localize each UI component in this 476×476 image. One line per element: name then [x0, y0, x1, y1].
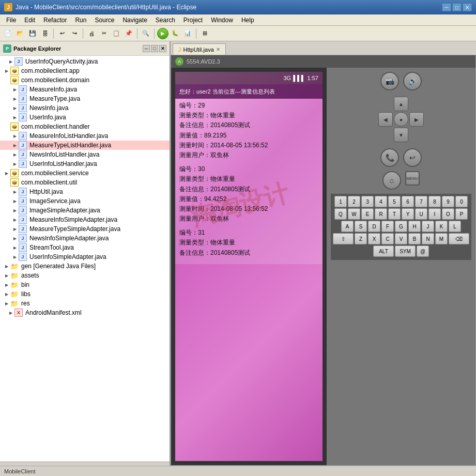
- key-4[interactable]: 4: [375, 196, 387, 207]
- call-button[interactable]: 📞: [380, 148, 399, 167]
- tree-scrollbar-area[interactable]: [0, 462, 170, 466]
- toolbar-print[interactable]: 🖨: [86, 28, 97, 39]
- key-i[interactable]: I: [428, 208, 441, 220]
- tree-item[interactable]: 📦com.mobileclient.util: [0, 178, 170, 187]
- key-c[interactable]: C: [381, 233, 394, 244]
- toolbar-perspective[interactable]: ⊞: [199, 28, 210, 39]
- tree-item[interactable]: ▶JUserInfoQueryActivity.java: [0, 57, 170, 66]
- toolbar-new[interactable]: 📄: [2, 28, 13, 39]
- tab-httputil-close[interactable]: ✕: [216, 47, 220, 52]
- key-3[interactable]: 3: [361, 196, 374, 207]
- dpad-down[interactable]: ▼: [394, 128, 408, 142]
- key-1[interactable]: 1: [334, 196, 347, 207]
- toolbar-save-all[interactable]: 🗄: [39, 28, 51, 39]
- key-k[interactable]: K: [435, 221, 448, 232]
- key-l[interactable]: L: [449, 221, 461, 232]
- tree-item[interactable]: ▶JMeasureInfo.java: [0, 85, 170, 94]
- toolbar-search[interactable]: 🔍: [140, 28, 151, 39]
- key-shift[interactable]: ⇧: [333, 233, 354, 244]
- menu-source[interactable]: Source: [90, 16, 118, 25]
- tree-item[interactable]: ▶JMeasureInfoListHandler.java: [0, 131, 170, 141]
- dpad-left[interactable]: ◀: [378, 112, 393, 127]
- key-a[interactable]: A: [341, 221, 354, 232]
- key-at[interactable]: @: [417, 245, 429, 257]
- key-x[interactable]: X: [368, 233, 380, 244]
- tree-item[interactable]: ▶📁libs: [0, 289, 170, 299]
- key-z[interactable]: Z: [355, 233, 367, 244]
- tree-item[interactable]: ▶📁bin: [0, 280, 170, 289]
- toolbar-debug[interactable]: 🐛: [170, 28, 181, 39]
- maximize-button[interactable]: □: [452, 3, 462, 11]
- menu-search[interactable]: Search: [151, 16, 179, 25]
- panel-minimize[interactable]: ─: [143, 45, 150, 52]
- key-h[interactable]: H: [408, 221, 421, 232]
- key-2[interactable]: 2: [348, 196, 360, 207]
- tree-item[interactable]: ▶JImageService.java: [0, 196, 170, 206]
- key-u[interactable]: U: [415, 208, 427, 220]
- tree-item[interactable]: ▶JImageSimpleAdapter.java: [0, 206, 170, 215]
- home-button[interactable]: ⌂: [382, 171, 401, 190]
- key-v[interactable]: V: [395, 233, 407, 244]
- key-alt[interactable]: ALT: [373, 245, 394, 257]
- key-s[interactable]: S: [355, 221, 367, 232]
- key-5[interactable]: 5: [388, 196, 401, 207]
- key-p[interactable]: P: [455, 208, 468, 220]
- key-0[interactable]: 0: [455, 196, 468, 207]
- close-button[interactable]: ✕: [463, 3, 472, 11]
- panel-maximize[interactable]: □: [151, 45, 158, 52]
- key-6[interactable]: 6: [402, 196, 414, 207]
- key-j[interactable]: J: [422, 221, 434, 232]
- key-y[interactable]: Y: [402, 208, 414, 220]
- menu-run[interactable]: Run: [71, 16, 90, 25]
- toolbar-undo[interactable]: ↩: [56, 28, 68, 39]
- tree-item[interactable]: ▶📁res: [0, 299, 170, 308]
- tree-item[interactable]: 📦com.mobileclient.handler: [0, 122, 170, 131]
- toolbar-copy[interactable]: 📋: [111, 28, 122, 39]
- key-9[interactable]: 9: [442, 196, 454, 207]
- key-backspace[interactable]: ⌫: [449, 233, 469, 244]
- key-r[interactable]: R: [375, 208, 387, 220]
- minimize-button[interactable]: ─: [442, 3, 451, 11]
- key-8[interactable]: 8: [428, 196, 441, 207]
- tree-item[interactable]: ▶JMeasureType.java: [0, 94, 170, 103]
- tree-item[interactable]: 📦com.mobileclient.domain: [0, 75, 170, 85]
- key-f[interactable]: F: [381, 221, 394, 232]
- toolbar-redo[interactable]: ↪: [69, 28, 80, 39]
- menu-window[interactable]: Window: [207, 16, 237, 25]
- tree-item[interactable]: ▶XAndroidManifest.xml: [0, 308, 170, 317]
- key-7[interactable]: 7: [415, 196, 427, 207]
- panel-close[interactable]: ✕: [159, 45, 166, 52]
- tree-item[interactable]: ▶📦com.mobileclient.service: [0, 168, 170, 178]
- tree-item[interactable]: ▶JUserInfoListHandler.java: [0, 159, 170, 168]
- menu-refactor[interactable]: Refactor: [39, 16, 71, 25]
- run-button[interactable]: ▶: [157, 28, 168, 39]
- menu-help[interactable]: Help: [237, 16, 258, 25]
- key-e[interactable]: E: [361, 208, 374, 220]
- tree-item[interactable]: ▶JUserInfoSimpleAdapter.java: [0, 252, 170, 262]
- tree-item[interactable]: ▶📁assets: [0, 271, 170, 280]
- key-sym[interactable]: SYM: [395, 245, 416, 257]
- toolbar-cut[interactable]: ✂: [98, 28, 110, 39]
- tree-item[interactable]: ▶JMeasureTypeListHandler.java: [0, 141, 170, 150]
- menu-project[interactable]: Project: [179, 16, 207, 25]
- dpad-center[interactable]: ●: [394, 112, 408, 127]
- dpad-right[interactable]: ▶: [409, 112, 424, 127]
- dpad-up[interactable]: ▲: [394, 97, 408, 111]
- tree-item[interactable]: ▶JNewsInfoSimpleAdapter.java: [0, 234, 170, 243]
- key-q[interactable]: Q: [334, 208, 347, 220]
- key-b[interactable]: B: [408, 233, 421, 244]
- tree-item[interactable]: ▶JHttpUtil.java: [0, 187, 170, 196]
- toolbar-open[interactable]: 📂: [14, 28, 26, 39]
- back-button[interactable]: ↩: [403, 148, 422, 167]
- menu-file[interactable]: File: [2, 16, 20, 25]
- tree-item[interactable]: ▶JMeasureInfoSimpleAdapter.java: [0, 215, 170, 224]
- tree-item[interactable]: ▶JUserInfo.java: [0, 113, 170, 122]
- key-o[interactable]: O: [442, 208, 454, 220]
- key-m[interactable]: M: [435, 233, 448, 244]
- key-g[interactable]: G: [395, 221, 407, 232]
- key-d[interactable]: D: [368, 221, 380, 232]
- tree-item[interactable]: ▶JMeasureTypeSimpleAdapter.java: [0, 224, 170, 234]
- menu-label[interactable]: MENU: [405, 171, 420, 186]
- camera-button[interactable]: 📷: [380, 72, 399, 90]
- key-w[interactable]: W: [348, 208, 360, 220]
